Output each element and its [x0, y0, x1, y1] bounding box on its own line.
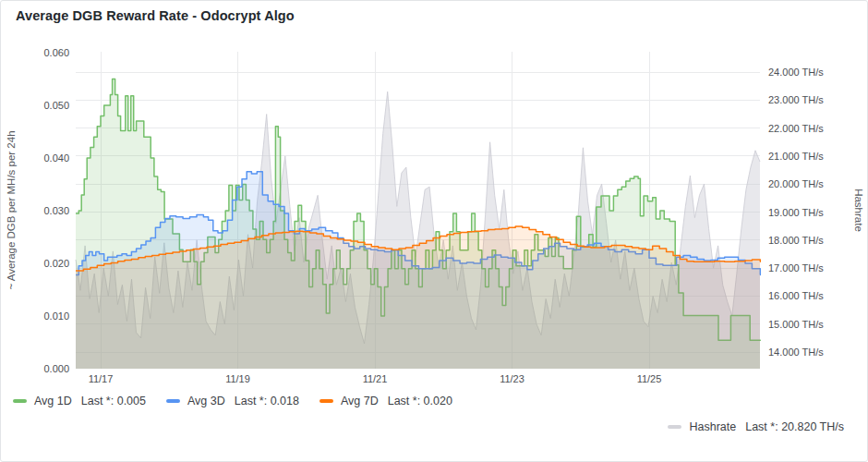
legend-series-name[interactable]: Hashrate	[689, 420, 736, 433]
x-axis-tick: 11/17	[89, 373, 114, 384]
left-axis-title: ~ Average DGB per MH/s per 24h	[6, 130, 17, 289]
legend-series-name[interactable]: Avg 3D	[187, 395, 225, 407]
right-axis-tick: 19.000 TH/s	[768, 207, 824, 218]
legend: Avg 1DLast *: 0.005Avg 3DLast *: 0.018Av…	[13, 395, 867, 407]
legend-item-avg-1d: Avg 1DLast *: 0.005	[13, 395, 146, 407]
legend-color-dash	[319, 399, 333, 403]
panel: Average DGB Reward Rate - Odocrypt Algo …	[0, 0, 868, 462]
legend-last-value: Last *: 0.005	[81, 395, 146, 407]
x-axis-tick: 11/25	[637, 373, 662, 384]
left-axis-tick: 0.040	[43, 152, 69, 164]
right-axis-tick: 24.000 TH/s	[768, 67, 824, 78]
panel-title[interactable]: Average DGB Reward Rate - Odocrypt Algo	[1, 1, 867, 30]
left-axis-tick: 0.050	[43, 100, 69, 111]
x-axis-tick: 11/19	[225, 373, 250, 384]
legend-color-dash	[668, 425, 681, 429]
legend-item-hashrate: HashrateLast *: 20.820 TH/s	[668, 420, 844, 433]
right-axis-tick: 17.000 TH/s	[768, 262, 824, 274]
right-axis-title: Hashrate	[853, 188, 864, 232]
legend-last-value: Last *: 20.820 TH/s	[745, 420, 844, 433]
left-axis-tick: 0.060	[43, 47, 69, 58]
legend-last-value: Last *: 0.020	[388, 395, 452, 407]
left-axis-tick: 0.020	[43, 258, 69, 269]
legend-series-name[interactable]: Avg 7D	[341, 395, 379, 407]
right-axis-tick: 23.000 TH/s	[768, 94, 824, 105]
x-axis-tick: 11/21	[363, 373, 388, 384]
hashrate-legend: HashrateLast *: 20.820 TH/s	[1, 420, 844, 433]
chart-canvas[interactable]: 0.0000.0100.0200.0300.0400.0500.06014.00…	[1, 30, 867, 391]
right-axis-tick: 16.000 TH/s	[768, 290, 824, 301]
right-axis-tick: 15.000 TH/s	[768, 319, 824, 330]
left-axis-tick: 0.030	[43, 205, 69, 216]
right-axis-tick: 18.000 TH/s	[768, 235, 824, 246]
right-axis-tick: 14.000 TH/s	[768, 346, 824, 358]
legend-series-name[interactable]: Avg 1D	[34, 395, 72, 407]
legend-color-dash	[166, 399, 180, 403]
legend-last-value: Last *: 0.018	[235, 395, 299, 407]
left-axis-tick: 0.000	[43, 363, 69, 374]
legend-item-avg-7d: Avg 7DLast *: 0.020	[319, 395, 452, 407]
left-axis-tick: 0.010	[43, 310, 69, 322]
right-axis-tick: 22.000 TH/s	[768, 123, 824, 134]
right-axis-tick: 21.000 TH/s	[768, 151, 824, 162]
x-axis-tick: 11/23	[500, 373, 524, 384]
legend-color-dash	[13, 399, 27, 403]
right-axis-tick: 20.000 TH/s	[768, 178, 824, 189]
legend-item-avg-3d: Avg 3DLast *: 0.018	[166, 395, 299, 407]
